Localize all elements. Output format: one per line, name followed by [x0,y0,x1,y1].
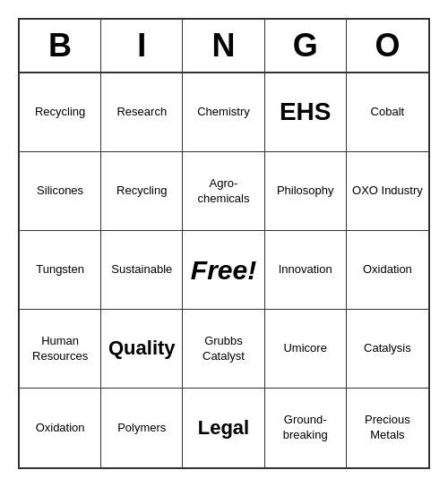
bingo-card: BINGO RecyclingResearchChemistryEHSCobal… [18,18,430,469]
bingo-cell-23: Ground-breaking [265,389,347,467]
bingo-cell-3: EHS [265,73,347,152]
bingo-cell-14: Oxidation [347,231,428,310]
bingo-cell-0: Recycling [20,73,101,152]
bingo-grid: RecyclingResearchChemistryEHSCobaltSilic… [20,73,428,467]
bingo-cell-15: Human Resources [20,310,101,389]
bingo-letter-o: O [347,20,428,72]
bingo-cell-20: Oxidation [20,389,101,467]
bingo-cell-7: Agro-chemicals [183,152,264,231]
bingo-cell-4: Cobalt [347,73,428,152]
bingo-cell-16: Quality [101,310,183,389]
bingo-cell-1: Research [101,73,183,152]
bingo-letter-b: B [20,20,101,72]
bingo-cell-2: Chemistry [183,73,264,152]
bingo-cell-10: Tungsten [20,231,101,310]
bingo-cell-18: Umicore [265,310,347,389]
bingo-header: BINGO [20,20,428,73]
bingo-letter-n: N [183,20,264,72]
bingo-cell-12: Free! [183,231,264,310]
bingo-cell-9: OXO Industry [347,152,428,231]
bingo-letter-g: G [265,20,347,72]
bingo-cell-13: Innovation [265,231,347,310]
bingo-cell-22: Legal [183,389,264,467]
bingo-cell-17: Grubbs Catalyst [183,310,264,389]
bingo-cell-5: Silicones [20,152,101,231]
bingo-cell-6: Recycling [101,152,183,231]
bingo-cell-11: Sustainable [101,231,183,310]
bingo-cell-8: Philosophy [265,152,347,231]
bingo-letter-i: I [101,20,183,72]
bingo-cell-19: Catalysis [347,310,428,389]
bingo-cell-21: Polymers [101,389,183,467]
bingo-cell-24: Precious Metals [347,389,428,467]
